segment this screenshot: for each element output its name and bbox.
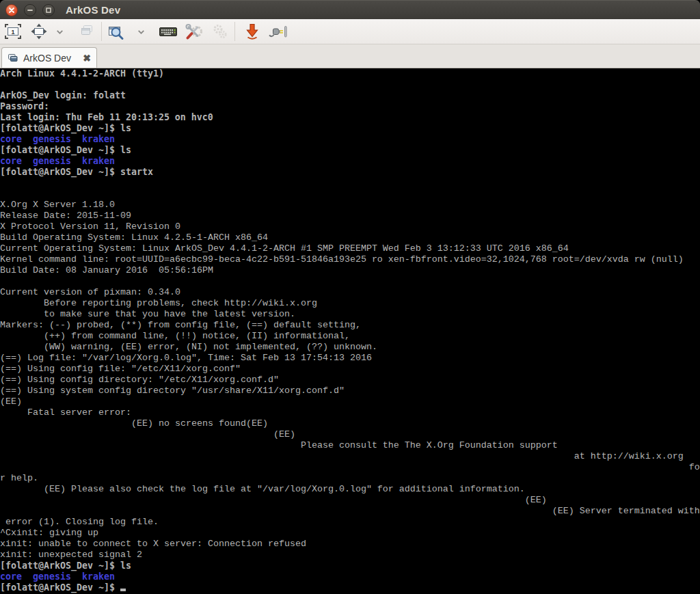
terminal-cursor <box>120 589 126 591</box>
chevron-down-icon <box>55 27 64 36</box>
duplicate-view-button <box>77 21 97 42</box>
terminal-line: [folatt@ArkOS_Dev ~]$ <box>0 582 700 593</box>
terminal-line: ArkOS_Dev login: folatt <box>0 90 700 101</box>
terminal-line: core genesis kraken <box>0 134 700 145</box>
terminal-line <box>0 189 700 200</box>
terminal-line: (++) from command line, (!!) notice, (II… <box>0 331 700 342</box>
close-tab-icon[interactable]: ✖ <box>83 53 91 63</box>
close-icon <box>8 7 15 14</box>
terminal-line: [folatt@ArkOS_Dev ~]$ ls <box>0 145 700 156</box>
toolbar-separator <box>234 22 235 41</box>
terminal-line <box>0 79 700 90</box>
screwdriver-wrench-icon <box>184 22 204 41</box>
terminal-line: [folatt@ArkOS_Dev ~]$ ls <box>0 123 700 134</box>
terminal-line: core genesis kraken <box>0 156 700 167</box>
terminal-line: at http://wiki.x.org <box>0 451 700 462</box>
zoom-menu-button[interactable] <box>131 21 151 42</box>
terminal-line <box>0 276 700 287</box>
terminal-line: Last login: Thu Feb 11 20:13:25 on hvc0 <box>0 112 700 123</box>
keyboard-icon <box>158 22 178 41</box>
console-tab-icon <box>8 53 18 63</box>
minimize-icon <box>27 7 33 14</box>
terminal-line: Password: <box>0 101 700 112</box>
terminal-line: ^Cxinit: giving up <box>0 528 700 539</box>
toolbar-separator <box>101 22 102 41</box>
terminal-line: (==) Using system config directory "/usr… <box>0 386 700 396</box>
pull-download-button[interactable] <box>242 21 262 42</box>
download-arrow-icon <box>243 22 262 41</box>
chevron-down-icon <box>137 27 146 36</box>
terminal-line: to make sure that you have the latest ve… <box>0 309 700 320</box>
terminal-line: X.Org X Server 1.18.0 <box>0 200 700 211</box>
plug-icon <box>268 22 288 41</box>
fullscreen-menu-button[interactable] <box>49 21 70 42</box>
terminal-line: Release Date: 2015-11-09 <box>0 211 700 221</box>
gears-icon <box>210 22 230 41</box>
terminal-line: error (1). Closing log file. <box>0 517 700 528</box>
terminal-line: xinit: unexpected signal 2 <box>0 550 700 561</box>
terminal-line: Please consult the The X.Org Foundation … <box>0 440 700 451</box>
terminal-line: (EE) no screens found(EE) <box>0 418 700 429</box>
tools-button[interactable] <box>184 21 204 42</box>
svg-text:1: 1 <box>11 29 14 36</box>
minimize-button[interactable] <box>24 4 36 16</box>
terminal-line: Before reporting problems, check http://… <box>0 298 700 309</box>
send-keys-button[interactable] <box>158 21 178 42</box>
preferences-button <box>210 21 230 42</box>
maximize-icon <box>45 7 52 14</box>
terminal-line: r help. <box>0 473 700 484</box>
terminal-line: [folatt@ArkOS_Dev ~]$ ls <box>0 561 700 571</box>
terminal-line: (EE) Server terminated with <box>0 506 700 517</box>
tab-label: ArkOS Dev <box>23 53 83 64</box>
tab-arkos-dev[interactable]: ArkOS Dev ✖ <box>1 47 97 68</box>
terminal-line: (==) Log file: "/var/log/Xorg.0.log", Ti… <box>0 353 700 364</box>
terminal-line: (EE) Please also check the log file at "… <box>0 484 700 495</box>
terminal-line: (==) Using config directory: "/etc/X11/x… <box>0 375 700 386</box>
magnifier-window-icon <box>106 22 126 41</box>
terminal-line: Build Operating System: Linux 4.2.5-1-AR… <box>0 232 700 243</box>
tab-bar: ArkOS Dev ✖ <box>0 44 700 68</box>
terminal-line: (==) Using config file: "/etc/X11/xorg.c… <box>0 364 700 375</box>
vm-console-screen[interactable]: Arch Linux 4.4.1-2-ARCH (tty1)ArkOS_Dev … <box>0 68 700 594</box>
toolbar: 1 <box>0 19 700 44</box>
terminal-line: [folatt@ArkOS_Dev ~]$ startx <box>0 167 700 178</box>
close-button[interactable] <box>5 4 18 16</box>
terminal-line: fo <box>0 462 700 473</box>
titlebar[interactable]: ArkOS Dev <box>0 0 700 19</box>
terminal-line: Markers: (--) probed, (**) from config f… <box>0 320 700 331</box>
maximize-button[interactable] <box>42 4 55 16</box>
terminal-line: (EE) <box>0 495 700 506</box>
screenshot-display-button[interactable]: 1 <box>3 21 23 42</box>
fullscreen-icon <box>29 22 49 41</box>
terminal-line: xinit: unable to connect to X server: Co… <box>0 539 700 550</box>
terminal-line: Arch Linux 4.4.1-2-ARCH (tty1) <box>0 68 700 79</box>
terminal-line: (EE) <box>0 429 700 440</box>
terminal-line: core genesis kraken <box>0 571 700 582</box>
terminal-line: Current Operating System: Linux ArkOS_De… <box>0 243 700 254</box>
duplicate-windows-icon <box>77 22 96 41</box>
window-title: ArkOS Dev <box>66 4 120 16</box>
terminal-line: (WW) warning, (EE) error, (NI) not imple… <box>0 342 700 353</box>
terminal-line: Fatal server error: <box>0 407 700 418</box>
terminal-line: Build Date: 08 January 2016 05:56:16PM <box>0 265 700 276</box>
terminal-line: (EE) <box>0 396 700 407</box>
terminal-line: X Protocol Version 11, Revision 0 <box>0 221 700 232</box>
zoom-display-button[interactable] <box>106 21 126 42</box>
vm-viewer-window: ArkOS Dev 1 <box>0 0 700 594</box>
connect-button[interactable] <box>268 21 288 42</box>
terminal-line <box>0 178 700 189</box>
terminal-line: Kernel command line: root=UUID=a6ecbc99-… <box>0 254 700 265</box>
display-screenshot-icon: 1 <box>3 22 23 41</box>
terminal-line: Current version of pixman: 0.34.0 <box>0 287 700 298</box>
fullscreen-button[interactable] <box>29 21 49 42</box>
